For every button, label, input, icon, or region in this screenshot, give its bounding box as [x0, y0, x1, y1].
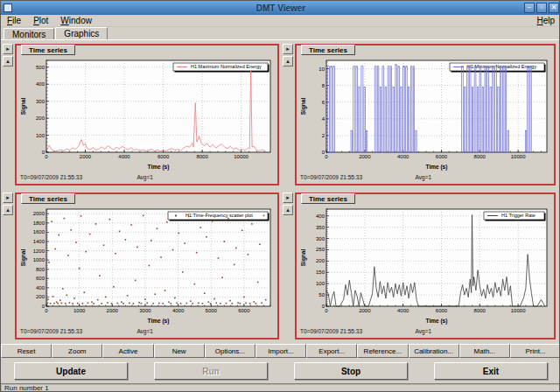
action-bar: Update Run Stop Exit [1, 360, 560, 382]
svg-text:H1:Minimum Normalized Energy: H1:Minimum Normalized Energy [467, 64, 536, 69]
menu-help-hotkey: H [536, 16, 542, 25]
svg-text:400: 400 [36, 285, 46, 290]
pane-tab-label[interactable]: Time series [21, 45, 75, 55]
pane-expand-icon[interactable]: ▸ [283, 44, 293, 54]
status-bar: Run number 1 [1, 383, 560, 392]
svg-text:100: 100 [316, 281, 326, 286]
svg-text:2000: 2000 [107, 308, 119, 313]
svg-text:1800: 1800 [33, 220, 46, 226]
zoom-button[interactable]: Zoom [52, 344, 102, 358]
tab-graphics[interactable]: Graphics [55, 27, 108, 39]
svg-text:8000: 8000 [196, 154, 208, 159]
chart-max-normalized-energy[interactable]: 02000400060008000100000100200300400500Si… [18, 56, 276, 172]
pane-footer: T0=09/07/2009 21:55:33 Avg=1 [300, 328, 550, 337]
pane3-side-buttons: ▸ ▴ [3, 192, 13, 215]
minimize-icon[interactable]: − [524, 3, 535, 13]
pane-expand-icon[interactable]: ▸ [3, 44, 13, 54]
pane-footer: T0=09/07/2009 21:55:33 Avg=1 [20, 174, 274, 183]
svg-text:1000: 1000 [33, 257, 46, 262]
menu-plot[interactable]: Plot [27, 15, 54, 27]
svg-text:100: 100 [36, 133, 46, 138]
pane2-side-buttons: ▸ ▴ [283, 44, 293, 66]
reference-button[interactable]: Reference... [357, 344, 408, 358]
plot-pane-tf-scatter[interactable]: Time series 0100020003000400050006000020… [15, 192, 279, 340]
svg-text:1400: 1400 [33, 239, 46, 244]
svg-text:Signal: Signal [20, 249, 27, 267]
update-button[interactable]: Update [14, 362, 128, 380]
pane-expand-icon[interactable]: ▸ [3, 192, 13, 203]
svg-text:10000: 10000 [511, 308, 526, 313]
svg-text:Time (s): Time (s) [148, 318, 170, 325]
svg-text:3000: 3000 [139, 308, 151, 313]
options-button[interactable]: Options... [205, 344, 256, 358]
pane-collapse-icon[interactable]: ▴ [3, 205, 13, 215]
svg-text:Signal: Signal [300, 98, 307, 116]
pane-collapse-icon[interactable]: ▴ [283, 205, 293, 215]
plot-pane-max-energy[interactable]: Time series 0200040006000800010000010020… [15, 44, 279, 186]
pane-tab-label[interactable]: Time series [301, 193, 355, 204]
pane-collapse-icon[interactable]: ▴ [3, 56, 13, 66]
close-icon[interactable]: ✕ [549, 3, 559, 13]
svg-text:1000: 1000 [74, 308, 86, 313]
pane-tab-label[interactable]: Time series [301, 45, 355, 55]
pane-collapse-icon[interactable]: ▴ [283, 56, 293, 66]
svg-text:1600: 1600 [33, 229, 46, 234]
export-button[interactable]: Export... [306, 344, 357, 358]
svg-text:0: 0 [45, 308, 48, 313]
plot-toolbar: Reset Zoom Active New Options... Import.… [1, 344, 560, 358]
svg-text:H1:Time-Frequency scatter plot: H1:Time-Frequency scatter plot [186, 213, 253, 218]
svg-text:0: 0 [325, 154, 328, 159]
maximize-icon[interactable]: ▫ [536, 3, 547, 13]
svg-text:2000: 2000 [359, 154, 371, 159]
svg-text:400: 400 [36, 81, 46, 87]
reset-button[interactable]: Reset [1, 344, 52, 358]
svg-text:6: 6 [322, 100, 326, 105]
svg-text:4: 4 [322, 116, 326, 122]
pane-footer: T0=09/07/2009 21:55:33 Avg=1 [300, 174, 550, 183]
plot-pane-min-energy[interactable]: Time series 0200040006000800010000024681… [295, 44, 556, 186]
svg-text:0: 0 [45, 154, 48, 159]
graphics-area: ▸ ▴ Time series 020004000600080001000001… [1, 39, 560, 344]
svg-text:150: 150 [316, 270, 326, 275]
svg-text:2000: 2000 [359, 308, 371, 313]
calibration-button[interactable]: Calibration... [409, 344, 459, 358]
svg-text:4000: 4000 [397, 308, 410, 313]
math-button[interactable]: Math... [459, 344, 510, 358]
active-button[interactable]: Active [102, 344, 153, 358]
svg-text:2: 2 [322, 133, 326, 138]
menu-bar: File Plot Window Help [1, 15, 560, 27]
svg-text:50: 50 [318, 292, 325, 298]
plot-pane-trigger-rate[interactable]: Time series 0200040006000800010000050100… [295, 192, 556, 340]
menu-window-rest: indow [69, 16, 92, 25]
tab-monitors[interactable]: Monitors [4, 28, 54, 39]
svg-text:4000: 4000 [397, 154, 410, 159]
chart-time-frequency-scatter[interactable]: 0100020003000400050006000020040060080010… [18, 205, 276, 326]
svg-text:6000: 6000 [158, 154, 170, 159]
svg-text:Time (s): Time (s) [426, 164, 448, 171]
avg-label: Avg=1 [416, 174, 432, 180]
menu-help[interactable]: Help [530, 15, 560, 27]
chart-trigger-rate[interactable]: 0200040006000800010000050100150200250300… [298, 205, 552, 326]
avg-label: Avg=1 [136, 328, 153, 334]
title-bar[interactable]: DMT Viewer − ▫ ✕ [1, 1, 560, 15]
chart-min-normalized-energy[interactable]: 02000400060008000100000246810SignalTime … [298, 56, 552, 172]
import-button[interactable]: Import... [256, 344, 306, 358]
menu-file[interactable]: File [1, 15, 27, 27]
svg-text:Signal: Signal [300, 249, 307, 267]
menu-window[interactable]: Window [54, 15, 98, 27]
svg-text:10: 10 [318, 66, 325, 72]
pane-expand-icon[interactable]: ▸ [283, 192, 293, 203]
new-button[interactable]: New [154, 344, 205, 358]
t0-timestamp: T0=09/07/2009 21:55:33 [20, 174, 82, 180]
print-button[interactable]: Print... [510, 344, 560, 358]
svg-text:400: 400 [316, 214, 326, 219]
menu-help-rest: elp [543, 16, 555, 25]
svg-text:Time (s): Time (s) [148, 164, 170, 171]
pane1-side-buttons: ▸ ▴ [3, 44, 13, 66]
pane-tab-label[interactable]: Time series [21, 193, 75, 204]
stop-button[interactable]: Stop [294, 362, 408, 380]
dmt-viewer-window: DMT Viewer − ▫ ✕ File Plot Window Help M… [0, 0, 560, 392]
exit-button[interactable]: Exit [434, 362, 548, 380]
svg-text:10000: 10000 [234, 154, 248, 159]
menu-plot-hotkey: P [33, 16, 39, 25]
